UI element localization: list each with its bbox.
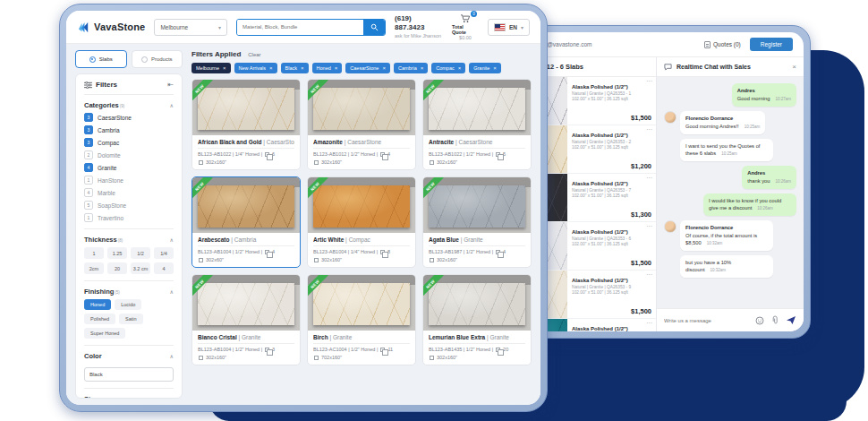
product-card[interactable]: NEWLemurian Blue Extra | GraniteBL123-AB… xyxy=(422,274,532,365)
finishing-chip-satin[interactable]: Satin xyxy=(119,314,143,324)
more-options-icon[interactable]: ⋯ xyxy=(646,320,652,327)
category-item-marble[interactable]: 4Marble xyxy=(84,188,174,197)
message-sender: Andres xyxy=(747,169,791,176)
more-options-icon[interactable]: ⋯ xyxy=(646,175,652,182)
remove-chip-icon[interactable]: × xyxy=(493,65,497,71)
applied-chip-honed[interactable]: Honed× xyxy=(312,63,343,73)
product-size-row: 302x60" xyxy=(198,257,294,262)
card-title: Birch | Granite xyxy=(313,334,410,344)
thickness-chip[interactable]: 20 xyxy=(107,262,127,274)
applied-chip-cambria[interactable]: Cambria× xyxy=(394,63,428,73)
finishing-chip-polished[interactable]: Polished xyxy=(84,314,115,324)
filters-applied-row: Filters Applied Clear xyxy=(191,50,532,58)
card-title: Amazonite | CaesarStone xyxy=(313,139,410,149)
remove-chip-icon[interactable]: × xyxy=(269,65,273,71)
section-size[interactable]: Size (4) ∧ xyxy=(84,395,174,399)
category-name: SoapStone xyxy=(98,202,126,209)
product-card[interactable]: NEWAmazonite | CaesarStoneBL123-AB1012 |… xyxy=(307,79,416,170)
register-button[interactable]: Register xyxy=(750,38,793,51)
product-card[interactable]: NEWAfrican Black and Gold | CaesarStoneB… xyxy=(191,79,301,170)
applied-chip-caesarstone[interactable]: CaesarStone× xyxy=(345,63,390,73)
clear-filters-link[interactable]: Clear xyxy=(248,52,260,57)
slab-meta: Natural | Granite | QA26353 - 1 xyxy=(572,91,651,96)
product-size-row: 302x160" xyxy=(429,257,525,262)
thickness-chip[interactable]: 1/4 xyxy=(154,247,174,259)
thickness-chip[interactable]: 1/2 xyxy=(131,247,150,259)
location-select[interactable]: Melbourne ▾ xyxy=(154,19,227,36)
view-toggle-products[interactable]: Products xyxy=(132,50,183,68)
close-icon[interactable]: × xyxy=(792,63,796,71)
product-meta: BL123-AB1435 | 1/2" Honed | 20 xyxy=(429,347,525,352)
brand-logo[interactable]: VavaStone xyxy=(77,21,145,34)
thickness-chip[interactable]: 3.2 cm xyxy=(131,262,150,274)
category-count-badge: 3 xyxy=(84,125,93,134)
more-options-icon[interactable]: ⋯ xyxy=(646,78,652,85)
more-options-icon[interactable]: ⋯ xyxy=(646,126,652,133)
brand-name: VavaStone xyxy=(94,21,145,32)
product-meta: BL123-AB1022 | 1/2" Honed | 5 xyxy=(429,151,525,157)
section-categories[interactable]: Categories (9) ∧ xyxy=(84,101,174,109)
slab-texture xyxy=(198,283,294,325)
view-toggle-slabs[interactable]: Slabs xyxy=(75,50,127,68)
total-quote[interactable]: 0 Total Quote $0.00 xyxy=(452,14,479,40)
product-card[interactable]: NEWArtic White | CompacBL123-AB1004 | 1/… xyxy=(307,176,416,268)
color-filter-input[interactable] xyxy=(84,367,174,382)
slab-dimensions: 102.00" x 51.00" | 36.125 sqft xyxy=(572,193,651,198)
applied-chip-compac[interactable]: Compac× xyxy=(431,63,465,73)
product-code-spec: BL123-AB1004 | 1/2" Honed | xyxy=(198,249,262,254)
thickness-chip[interactable]: 4 xyxy=(154,262,174,274)
remove-chip-icon[interactable]: × xyxy=(223,65,226,71)
cart-icon xyxy=(460,14,471,23)
applied-chip-label: Melbourne xyxy=(196,65,219,71)
applied-chip-melbourne[interactable]: Melbourne× xyxy=(191,63,231,73)
category-item-caesarstone[interactable]: 3CaesarStone xyxy=(84,113,174,122)
product-name: Antracite xyxy=(429,139,454,145)
chat-input-bar xyxy=(657,308,804,331)
emoji-icon[interactable] xyxy=(755,316,764,325)
more-options-icon[interactable]: ⋯ xyxy=(646,271,652,279)
product-card[interactable]: NEWBirch | GraniteBL123-AC1004 | 1/2" Ho… xyxy=(307,274,416,365)
thickness-chip[interactable]: 1 xyxy=(84,247,104,259)
thickness-chip[interactable]: 2cm xyxy=(84,262,104,274)
category-item-travertino[interactable]: 1Travertino xyxy=(84,213,174,222)
category-item-soapstone[interactable]: 5SoapStone xyxy=(84,201,174,210)
section-thickness[interactable]: Thickness (8) ∧ xyxy=(84,236,174,244)
more-options-icon[interactable]: ⋯ xyxy=(646,223,652,230)
remove-chip-icon[interactable]: × xyxy=(458,65,462,71)
applied-chip-new-arrivals[interactable]: New Arrivals× xyxy=(234,63,277,73)
thickness-chip[interactable]: 1.25 xyxy=(107,247,127,259)
chat-bubble-icon xyxy=(664,63,672,71)
finishing-chip-lucido[interactable]: Lucido xyxy=(115,299,141,310)
remove-chip-icon[interactable]: × xyxy=(421,65,424,71)
category-item-hanstone[interactable]: 1HanStone xyxy=(84,176,174,185)
category-item-compac[interactable]: 3Compac xyxy=(84,138,174,147)
caret-up-icon: ∧ xyxy=(170,102,174,108)
chat-message-row: I would like to know if you could give m… xyxy=(664,193,796,216)
applied-chip-granite[interactable]: Granite× xyxy=(469,63,501,73)
quotes-button[interactable]: Quotes (0) xyxy=(704,41,741,48)
product-card[interactable]: NEWBianco Cristal | GraniteBL123-AB1004 … xyxy=(191,274,301,365)
finishing-chip-super-honed[interactable]: Super Honed xyxy=(84,328,125,339)
search-button[interactable] xyxy=(363,20,385,35)
language-select[interactable]: EN ▾ xyxy=(488,19,530,36)
attachment-icon[interactable] xyxy=(770,315,779,325)
product-card[interactable]: NEWAgata Blue | GraniteBL123-AB1987 | 1/… xyxy=(422,176,532,268)
remove-chip-icon[interactable]: × xyxy=(335,65,338,71)
applied-chip-black[interactable]: Black× xyxy=(281,63,309,73)
category-item-granite[interactable]: 4Granite xyxy=(84,163,174,172)
product-size: 302x160" xyxy=(206,159,226,165)
category-item-dolomite[interactable]: 2Dolomite xyxy=(84,150,174,159)
chat-message-input[interactable] xyxy=(664,318,749,323)
finishing-chip-honed[interactable]: Honed xyxy=(84,299,111,310)
search-input[interactable] xyxy=(237,20,363,35)
remove-chip-icon[interactable]: × xyxy=(301,65,304,71)
back-body: -162112 - 6 Slabs ⋯Alaska Polished (1/2"… xyxy=(523,57,804,331)
send-icon[interactable] xyxy=(786,315,796,325)
remove-chip-icon[interactable]: × xyxy=(382,65,386,71)
collapse-sidebar-icon[interactable]: ⇤ xyxy=(167,81,174,89)
category-item-cambria[interactable]: 3Cambria xyxy=(84,125,174,134)
section-finishing[interactable]: Finishing (5) ∧ xyxy=(84,288,174,296)
product-card[interactable]: NEWAntracite | CaesarStoneBL123-AB1022 |… xyxy=(422,79,532,170)
product-card[interactable]: NEWArabescato | CambriaBL123-AB1004 | 1/… xyxy=(191,176,301,268)
section-color[interactable]: Color ∧ xyxy=(84,352,174,360)
